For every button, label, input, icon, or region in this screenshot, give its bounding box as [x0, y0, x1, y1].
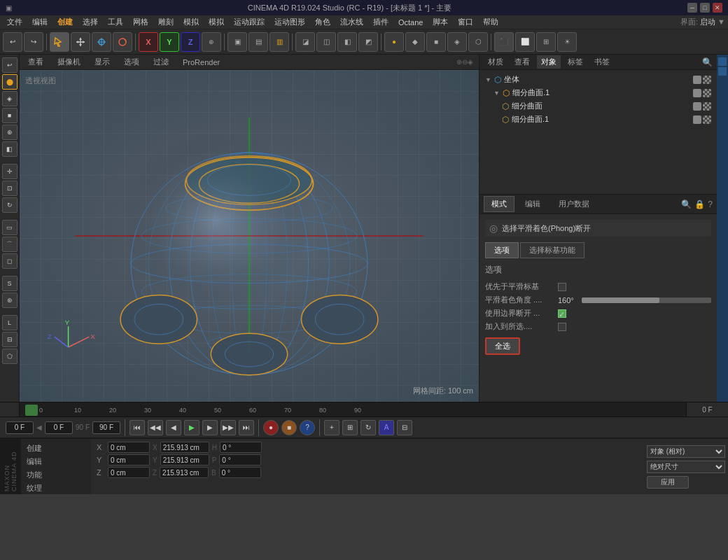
transport-keyframe[interactable]: +: [324, 420, 340, 435]
poly-select[interactable]: ◻: [2, 253, 18, 269]
axis-x[interactable]: X: [139, 32, 158, 52]
move-tool[interactable]: [71, 32, 90, 52]
coord-y-pos[interactable]: [108, 454, 150, 465]
brush-tool[interactable]: S: [2, 276, 18, 291]
point-mode[interactable]: ⬤: [2, 74, 18, 90]
edge-mode[interactable]: ◆: [405, 32, 425, 52]
visibility-dot[interactable]: [693, 76, 701, 84]
viewport-menu-prorender[interactable]: ProRender: [180, 57, 223, 68]
undo-button[interactable]: ↩: [3, 32, 22, 52]
render-dot-2[interactable]: [703, 89, 711, 97]
transport-to-end[interactable]: ⏭: [239, 420, 254, 435]
rb-tab-userdata[interactable]: 用户数据: [551, 196, 597, 212]
coord-z-rot[interactable]: [219, 467, 261, 478]
bt-tab-function[interactable]: 功能: [24, 468, 88, 482]
maximize-button[interactable]: □: [700, 3, 710, 13]
scale-lt[interactable]: ⊡: [2, 181, 18, 196]
transport-timeline[interactable]: ⊞: [342, 420, 358, 435]
axis-z[interactable]: Z: [181, 32, 200, 52]
move-lt[interactable]: ✛: [2, 164, 18, 179]
border-checkbox[interactable]: ✓: [558, 309, 566, 318]
tab-tags[interactable]: 标签: [564, 55, 587, 69]
prop-lock[interactable]: 🔒: [694, 200, 705, 209]
vis-dot-4[interactable]: [693, 115, 701, 124]
coord-z-size[interactable]: [160, 467, 209, 478]
far-right-btn-1[interactable]: [718, 57, 727, 66]
transport-end-frame[interactable]: [92, 421, 120, 434]
extrude-tool[interactable]: ⊟: [2, 332, 18, 347]
texture-lt[interactable]: ◧: [2, 141, 18, 157]
rotate-tool[interactable]: [113, 32, 132, 52]
tab-bookmarks[interactable]: 书签: [590, 55, 614, 69]
sub-tab-options[interactable]: 选项: [485, 242, 519, 258]
menu-tools[interactable]: 工具: [104, 15, 127, 29]
transport-grid[interactable]: ⊟: [397, 420, 412, 435]
menu-simulate[interactable]: 模拟: [179, 15, 203, 29]
axis-y[interactable]: Y: [160, 32, 179, 52]
menu-select[interactable]: 选择: [78, 15, 102, 29]
scale-tool[interactable]: [92, 32, 111, 52]
close-button[interactable]: ✕: [713, 3, 722, 13]
coord-z-pos[interactable]: [108, 467, 150, 478]
transform-all[interactable]: ⊕: [202, 32, 221, 52]
menu-script[interactable]: 脚本: [428, 15, 452, 29]
viewport-menu-display[interactable]: 显示: [92, 55, 113, 69]
transport-prev-key[interactable]: ◀◀: [148, 420, 163, 435]
object-lt[interactable]: ⊕: [2, 125, 18, 140]
transport-stop[interactable]: ■: [281, 420, 297, 435]
tree-item-subdiv1[interactable]: ▼ ⬡ 细分曲面.1: [482, 86, 714, 99]
workplane-mode[interactable]: ⬡: [468, 32, 488, 52]
rb-tab-edit[interactable]: 编辑: [517, 196, 548, 212]
light-mode[interactable]: ☀: [557, 32, 577, 52]
render-dot-4[interactable]: [703, 115, 711, 124]
transport-current-frame[interactable]: [45, 421, 73, 434]
transport-next-frame[interactable]: ▶: [202, 420, 218, 435]
transport-start-frame[interactable]: [6, 421, 34, 434]
texture-mode[interactable]: ◈: [447, 32, 467, 52]
menu-pipeline[interactable]: 流水线: [336, 15, 368, 29]
viewport-menu-view[interactable]: 查看: [25, 55, 46, 69]
size-mode-select[interactable]: 绝对尺寸 相对尺寸: [647, 461, 725, 473]
transport-to-start[interactable]: ⏮: [130, 420, 145, 435]
transport-auto[interactable]: A: [379, 420, 394, 435]
tree-item-subdiv3[interactable]: ⬡ 细分曲面.1: [482, 113, 714, 126]
rb-tab-mode[interactable]: 模式: [484, 196, 514, 212]
vis-dot-2[interactable]: [693, 89, 701, 97]
floor-mode[interactable]: ⊞: [536, 32, 556, 52]
timeline-track[interactable]: 0 10 20 30 40 50 60 70 80 90: [20, 402, 686, 416]
bt-tab-edit[interactable]: 编辑: [24, 455, 88, 468]
timeline-start-marker[interactable]: [25, 405, 38, 416]
add-checkbox[interactable]: [558, 323, 566, 331]
viewport-menu-camera[interactable]: 摄像机: [55, 55, 83, 69]
far-right-btn-2[interactable]: [718, 67, 727, 76]
coord-x-size[interactable]: [160, 442, 209, 453]
select-tool[interactable]: [50, 32, 69, 52]
render-settings[interactable]: ▥: [270, 32, 289, 52]
top-view[interactable]: ◧: [337, 32, 357, 52]
coord-x-pos[interactable]: [108, 442, 150, 453]
paint-tool[interactable]: ⊛: [2, 293, 18, 308]
transport-loop[interactable]: ↻: [360, 420, 376, 435]
box-select[interactable]: ▭: [2, 220, 18, 235]
poly-mode[interactable]: ■: [426, 32, 446, 52]
coord-y-size[interactable]: [160, 454, 209, 465]
persp-view[interactable]: ◪: [295, 32, 315, 52]
tab-material[interactable]: 材质: [484, 55, 507, 69]
prop-help[interactable]: ?: [708, 200, 713, 209]
menu-mesh[interactable]: 网格: [129, 15, 153, 29]
angle-slider[interactable]: [582, 298, 711, 303]
transport-play[interactable]: ▶: [184, 420, 200, 435]
menu-motion-tracking[interactable]: 运动跟踪: [230, 15, 269, 29]
right-view[interactable]: ◩: [358, 32, 378, 52]
render-video[interactable]: ▤: [248, 32, 268, 52]
tab-view[interactable]: 查看: [510, 55, 534, 69]
render-dot[interactable]: [703, 76, 711, 84]
object-mode[interactable]: ●: [384, 32, 404, 52]
redo-button[interactable]: ↪: [24, 32, 43, 52]
viewport-menu-options[interactable]: 选项: [121, 55, 142, 69]
display-mode[interactable]: ⬛: [494, 32, 514, 52]
menu-file[interactable]: 文件: [3, 15, 27, 29]
prop-search[interactable]: 🔍: [681, 200, 692, 209]
undo-lt[interactable]: ↩: [2, 57, 18, 73]
bevel-tool[interactable]: ⬠: [2, 349, 18, 364]
